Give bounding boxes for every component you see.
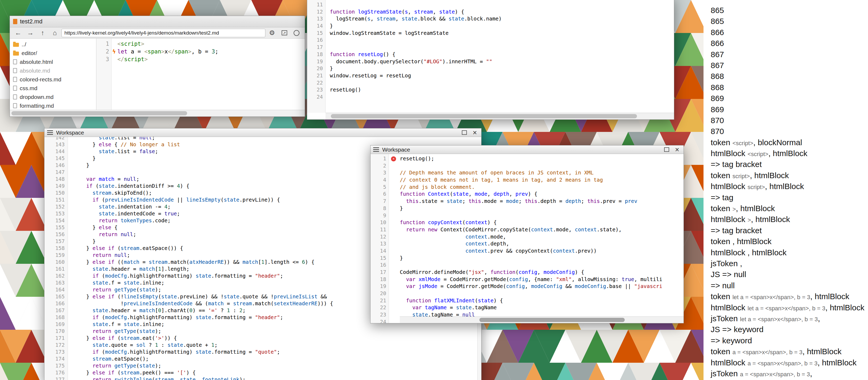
code-line[interactable]: 17CodeMirror.defineMode("jsx", function(… [371,269,684,276]
code-line[interactable]: 176 } else if (stream.peek() === '[') { [44,369,481,376]
code-line[interactable]: 19 var jsMode = CodeMirror.getMode(confi… [371,283,684,290]
file-tree-item[interactable]: editor/ [10,49,96,58]
code-line[interactable]: 142 state.list = null; [44,137,481,141]
maximize-button[interactable] [461,129,468,136]
log-line: => keyword [711,335,868,346]
code-editor[interactable]: 1×resetLog();23// Depth means the amount… [371,154,684,323]
history-icon [293,30,300,36]
code-text: return switchInline(stream, state, footn… [68,376,246,380]
file-tree-item[interactable]: absolute.html [10,58,96,66]
settings-button[interactable]: ⚙ [267,29,278,37]
line-number: 15 [307,30,326,37]
code-line[interactable]: 18function resetLog() { [307,51,674,58]
code-line[interactable]: 16 [307,37,674,44]
code-line[interactable]: 23 state.tagName = null [371,311,684,318]
maximize-button[interactable] [663,146,670,153]
code-line[interactable]: 173 if (modeCfg.highlightFormatting) sta… [44,349,481,355]
code-line[interactable]: 143 } else { // No longer a list [44,141,481,148]
code-line[interactable]: 9 [371,212,684,219]
external-link-icon: ↗ [282,30,287,35]
log-line: JS => null [711,379,868,380]
code-line[interactable]: 22 var tagName = state.tagName [371,304,684,311]
code-line[interactable]: 17 [307,44,674,51]
close-button[interactable]: × [674,146,681,153]
horizontal-scrollbar[interactable] [326,113,674,119]
code-line[interactable]: 24 [371,318,684,323]
code-text: } else { // No longer a list [68,141,180,148]
history-button[interactable] [291,29,302,37]
code-line[interactable]: 23resetLog() [307,87,674,94]
log-line: 869 [711,93,868,104]
close-button[interactable]: × [471,129,478,136]
file-tree-item[interactable]: absolute.md [10,66,96,75]
code-line[interactable]: 171 } else if (stream.eat('>')) { [44,335,481,342]
code-line[interactable]: 170 return getType(state); [44,328,481,335]
scrollbar-thumb[interactable] [11,111,187,115]
code-line[interactable]: 20} [307,65,674,72]
open-external-button[interactable]: ↗ [279,29,290,37]
window-menu-icon[interactable] [47,130,53,135]
log-line: 865 [711,5,868,16]
forward-button[interactable]: → [25,29,36,37]
code-line[interactable]: 1×resetLog(); [371,155,684,163]
code-line[interactable]: 21window.resetLog = resetLog [307,72,674,79]
code-line[interactable]: 14} [307,23,674,30]
code-line[interactable]: 11 return new Context(CodeMirror.copySta… [371,226,684,234]
window-titlebar[interactable]: Workspace × [44,129,481,137]
code-line[interactable]: 174 stream.eatSpace(); [44,355,481,362]
code-line[interactable]: 1<script> [96,40,305,48]
code-editor[interactable]: 1112function logStreamState(s, stream, s… [307,0,674,101]
code-line[interactable]: 175 return getType(state); [44,362,481,369]
code-line[interactable]: 2ϟlet a = <span>x</span>, b = 3; [96,48,305,56]
code-line[interactable]: 10function copyContext(context) { [371,219,684,226]
file-tree-item[interactable]: dropdown.md [10,93,96,101]
code-line[interactable]: 19 document.body.querySelector("#LOG").i… [307,58,674,65]
code-line[interactable]: 11 [307,1,674,8]
log-panel[interactable]: 865865866866867867868868869869870870toke… [704,0,868,380]
file-tree-item[interactable]: colored-rects.md [10,75,96,84]
code-line[interactable]: 20 [371,290,684,297]
code-line[interactable]: 16 [371,262,684,269]
home-button[interactable]: ⌂ [49,29,60,37]
code-line[interactable]: 3// Depth means the amount of open brace… [371,169,684,177]
code-line[interactable]: 13 context.depth, [371,240,684,248]
code-line[interactable]: 21 function flatXMLIndent(state) { [371,297,684,305]
line-number: 12 [371,234,389,241]
code-line[interactable]: 5// and js block comment. [371,184,684,191]
file-tree-item[interactable]: formatting.md [10,101,96,110]
code-line[interactable]: 15window.logStreamState = logStreamState [307,30,674,37]
code-line[interactable]: 7 this.state = state; this.mode = mode; … [371,198,684,205]
line-number: 1 [371,155,389,163]
markdown-code-editor[interactable]: 1<script>2ϟlet a = <span>x</span>, b = 3… [96,39,305,110]
code-text [389,212,400,219]
url-input[interactable] [61,29,266,37]
scrollbar-thumb[interactable] [331,114,637,118]
file-icon [13,94,17,99]
code-line[interactable]: 172 state.quote = sol ? 1 : state.quote … [44,342,481,349]
file-tree-item[interactable]: css.md [10,84,96,93]
code-line[interactable]: 24 [307,94,674,101]
code-line[interactable]: 12function logStreamState(s, stream, sta… [307,8,674,16]
code-line[interactable]: 6function Context(state, mode, depth, pr… [371,191,684,198]
file-tree-item[interactable]: ../ [10,40,96,49]
line-number: 12 [307,8,326,16]
log-line: token <script>, blockNormal [711,137,868,148]
code-line[interactable]: 22 [307,79,674,87]
code-line[interactable]: 3</script> [96,56,305,63]
line-number: 177 [44,376,68,380]
code-text: } else if (!lineIsEmpty(state.prevLine) … [68,293,327,300]
code-line[interactable]: 2 [371,163,684,170]
code-line[interactable]: 13 logStream(s, stream, state.block && s… [307,15,674,23]
parent-directory-button[interactable]: ↑ [37,29,48,37]
back-button[interactable]: ← [12,29,24,37]
log-line: 867 [711,49,868,60]
code-line[interactable]: 12 context.mode, [371,234,684,241]
code-line[interactable]: 18 var xmlMode = CodeMirror.getMode(conf… [371,276,684,283]
code-line[interactable]: 14 context.prev && copyContext(context.p… [371,248,684,255]
code-line[interactable]: 177 return switchInline(stream, state, f… [44,376,481,380]
code-line[interactable]: 15} [371,255,684,262]
code-line[interactable]: 8} [371,205,684,212]
browser-titlebar[interactable]: test2.md [10,16,305,27]
horizontal-scrollbar[interactable] [10,110,305,116]
code-line[interactable]: 4// context 0 means not in tag, 1 means … [371,177,684,184]
